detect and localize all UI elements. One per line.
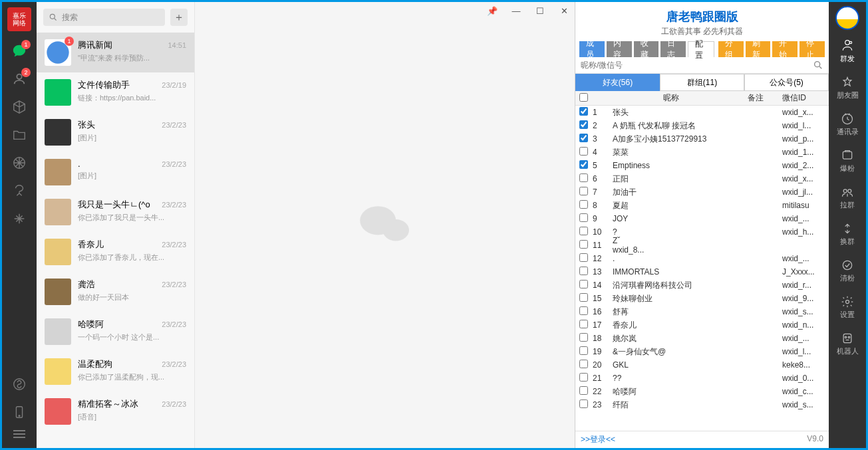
member-row[interactable]: 13 IMMORTALS J_Xxxx... bbox=[575, 265, 829, 279]
member-row[interactable]: 21 ?? wxid_0... bbox=[575, 372, 829, 385]
toolbar-item[interactable]: 清粉 bbox=[840, 256, 855, 286]
chat-item[interactable]: 温柔配狗 23/2/23 你已添加了温柔配狗，现... bbox=[37, 352, 194, 392]
contacts-icon[interactable]: 2 bbox=[11, 71, 27, 87]
chat-item[interactable]: 张头 23/2/23 [图片] bbox=[37, 112, 194, 152]
chat-item[interactable]: 哈喽阿 23/2/23 一个码一个小时 这个是... bbox=[37, 312, 194, 352]
chat-item[interactable]: . 23/2/23 [图片] bbox=[37, 152, 194, 192]
row-checkbox[interactable] bbox=[579, 333, 588, 342]
member-row[interactable]: 14 沿河琪睿网络科技公司 wxid_r... bbox=[575, 279, 829, 292]
member-row[interactable]: 23 纤陌 wxid_s... bbox=[575, 398, 829, 411]
member-row[interactable]: 4 菜菜 wxid_1... bbox=[575, 146, 829, 159]
menu-icon[interactable] bbox=[11, 432, 27, 448]
row-checkbox[interactable] bbox=[579, 306, 588, 315]
row-checkbox[interactable] bbox=[579, 399, 588, 408]
add-button[interactable]: ＋ bbox=[170, 9, 188, 26]
phone-icon[interactable] bbox=[11, 404, 27, 420]
member-search-input[interactable] bbox=[581, 60, 813, 70]
member-row[interactable]: 2 A 奶瓶 代发私聊 接冠名 wxid_l... bbox=[575, 119, 829, 132]
member-row[interactable]: 19 &一身仙女气@ wxid_l... bbox=[575, 345, 829, 358]
toolbar-item[interactable]: 爆粉 bbox=[840, 146, 855, 176]
cat-friends[interactable]: 好友(56) bbox=[575, 74, 660, 91]
moments-icon[interactable] bbox=[11, 155, 27, 171]
tab-members[interactable]: 成员 bbox=[579, 41, 605, 57]
row-checkbox[interactable] bbox=[579, 187, 588, 195]
chat-item[interactable]: 文件传输助手 23/2/19 链接：https://pan.baid... bbox=[37, 72, 194, 112]
tab-config[interactable]: 配置 bbox=[688, 41, 714, 57]
row-checkbox[interactable] bbox=[579, 120, 588, 129]
member-row[interactable]: 1 张头 wxid_x... bbox=[575, 106, 829, 119]
chat-time: 23/2/19 bbox=[162, 81, 186, 89]
member-row[interactable]: 9 JOY wxid_... bbox=[575, 212, 829, 225]
toolbar-item[interactable]: 拉群 bbox=[840, 183, 855, 213]
cat-mp[interactable]: 公众号(5) bbox=[744, 74, 829, 91]
chat-item[interactable]: 香奈儿 23/2/23 你已添加了香奈儿，现在... bbox=[37, 232, 194, 272]
login-link[interactable]: >>登录<< bbox=[581, 434, 615, 445]
member-row[interactable]: 3 A加多宝小姨15137729913 wxid_p... bbox=[575, 132, 829, 146]
row-checkbox[interactable] bbox=[579, 134, 588, 142]
row-checkbox[interactable] bbox=[579, 346, 588, 355]
row-checkbox[interactable] bbox=[579, 253, 588, 262]
row-checkbox[interactable] bbox=[579, 173, 588, 182]
member-row[interactable]: 17 香奈儿 wxid_n... bbox=[575, 318, 829, 332]
row-checkbox[interactable] bbox=[579, 160, 588, 169]
row-checkbox[interactable] bbox=[579, 213, 588, 222]
row-checkbox[interactable] bbox=[579, 386, 588, 395]
pin-icon[interactable]: 📌 bbox=[487, 6, 498, 16]
row-checkbox[interactable] bbox=[579, 320, 588, 328]
member-row[interactable]: 5 Emptiness wxid_2... bbox=[575, 159, 829, 172]
btn-stop[interactable]: 停止 bbox=[799, 41, 825, 57]
btn-group[interactable]: 分组 bbox=[718, 41, 744, 57]
cube-icon[interactable] bbox=[11, 99, 27, 115]
maximize-icon[interactable]: ☐ bbox=[535, 6, 545, 16]
chat-icon[interactable]: 1 bbox=[11, 43, 27, 59]
btn-refresh[interactable]: 刷新 bbox=[746, 41, 771, 57]
spark-icon[interactable] bbox=[11, 211, 27, 227]
row-checkbox[interactable] bbox=[579, 240, 588, 249]
tab-logs[interactable]: 日志 bbox=[660, 41, 686, 57]
member-row[interactable]: 18 姚尔岚 wxid_... bbox=[575, 332, 829, 345]
row-checkbox[interactable] bbox=[579, 147, 588, 156]
member-row[interactable]: 12 . wxid_... bbox=[575, 252, 829, 265]
search-input[interactable]: 搜索 bbox=[43, 9, 165, 26]
toolbar-item[interactable]: 设置 bbox=[840, 292, 855, 322]
row-checkbox[interactable] bbox=[579, 293, 588, 302]
toolbar-item[interactable]: 群发 bbox=[840, 37, 855, 66]
btn-start[interactable]: 开始 bbox=[772, 41, 797, 57]
member-row[interactable]: 22 哈喽阿 wxid_c... bbox=[575, 385, 829, 398]
member-row[interactable]: 7 加油干 wxid_jl... bbox=[575, 185, 829, 199]
toolbar-item[interactable]: 换群 bbox=[840, 219, 855, 249]
chat-item[interactable]: 我只是一头牛ㄴ(^o 23/2/23 你已添加了我只是一头牛... bbox=[37, 192, 194, 232]
folder-icon[interactable] bbox=[11, 127, 27, 143]
member-row[interactable]: 8 夏超 mitilasu bbox=[575, 199, 829, 212]
select-all-checkbox[interactable] bbox=[579, 93, 588, 102]
member-row[interactable]: 11 Zˇ wxid_8... bbox=[575, 239, 829, 252]
toolbar-item[interactable]: 通讯录 bbox=[837, 110, 859, 140]
cat-groups[interactable]: 群组(11) bbox=[660, 74, 744, 91]
minimize-icon[interactable]: — bbox=[511, 6, 521, 16]
weixin-icon[interactable] bbox=[11, 183, 27, 199]
chat-item[interactable]: 精准拓客～冰冰 23/2/23 [语音] bbox=[37, 392, 194, 431]
row-checkbox[interactable] bbox=[579, 373, 588, 382]
row-checkbox[interactable] bbox=[579, 280, 588, 288]
member-row[interactable]: 15 玲妹聊创业 wxid_9... bbox=[575, 292, 829, 305]
toolbar-item[interactable]: 机器人 bbox=[837, 329, 859, 359]
row-checkbox[interactable] bbox=[579, 360, 588, 368]
member-row[interactable]: 16 舒苒 wxid_s... bbox=[575, 305, 829, 318]
row-checkbox[interactable] bbox=[579, 200, 588, 209]
tool-icon bbox=[841, 222, 854, 235]
search-icon[interactable] bbox=[813, 60, 823, 70]
row-index: 20 bbox=[593, 360, 613, 370]
toolbar-item[interactable]: 朋友圈 bbox=[837, 73, 859, 103]
row-checkbox[interactable] bbox=[579, 267, 588, 275]
mini-program-icon[interactable] bbox=[11, 376, 27, 392]
chat-item[interactable]: 龚浩 23/2/23 做的好一天回本 bbox=[37, 272, 194, 312]
row-wxid: wxid_x... bbox=[782, 174, 829, 183]
tab-content[interactable]: 内容 bbox=[607, 41, 632, 57]
member-row[interactable]: 6 正阳 wxid_x... bbox=[575, 172, 829, 185]
chat-item[interactable]: 1 腾讯新闻 14:51 "甲流"来袭 科学预防... bbox=[37, 33, 194, 72]
member-row[interactable]: 20 GKL keke8... bbox=[575, 358, 829, 372]
tab-favorites[interactable]: 收藏 bbox=[634, 41, 659, 57]
row-checkbox[interactable] bbox=[579, 227, 588, 235]
row-checkbox[interactable] bbox=[579, 107, 588, 116]
close-icon[interactable]: ✕ bbox=[559, 6, 569, 16]
